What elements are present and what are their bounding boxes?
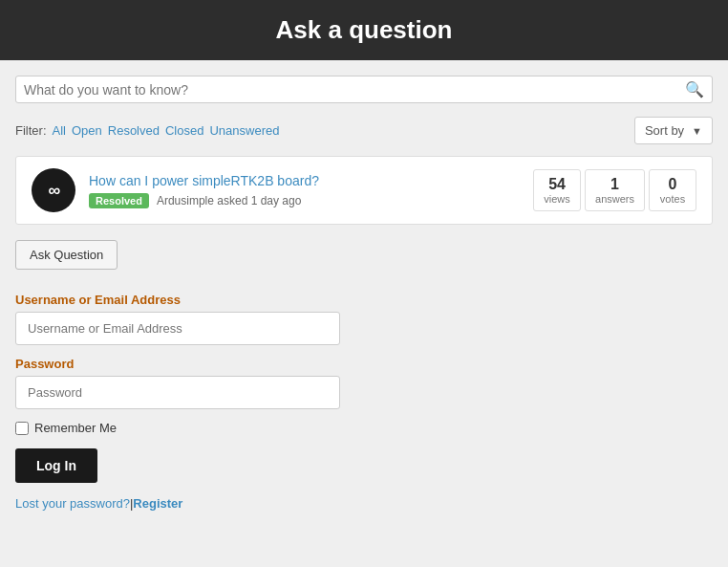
answers-count: 1	[595, 176, 634, 193]
views-count: 54	[544, 176, 570, 193]
views-stat: 54 views	[533, 169, 581, 211]
password-input[interactable]	[15, 376, 340, 409]
votes-label: votes	[659, 193, 686, 205]
username-group: Username or Email Address	[15, 293, 713, 345]
filter-bar: Filter: All Open Resolved Closed Unanswe…	[15, 117, 713, 144]
resolved-badge: Resolved	[89, 193, 149, 208]
votes-stat: 0 votes	[649, 169, 696, 211]
sort-label: Sort by	[645, 123, 684, 138]
sort-dropdown[interactable]: Sort by ▼	[634, 117, 713, 144]
page-title: Ask a question	[15, 15, 713, 45]
filter-all[interactable]: All	[53, 123, 66, 138]
filter-options: Filter: All Open Resolved Closed Unanswe…	[15, 123, 279, 138]
remember-row: Remember Me	[15, 421, 713, 435]
page-header: Ask a question	[0, 0, 728, 60]
filter-label: Filter:	[15, 123, 47, 138]
avatar: ∞	[32, 168, 75, 212]
password-group: Password	[15, 357, 713, 409]
search-button[interactable]: 🔍	[685, 80, 704, 98]
question-content: How can I power simpleRTK2B board? Resol…	[89, 173, 520, 208]
main-content: 🔍 Filter: All Open Resolved Closed Unans…	[0, 60, 728, 567]
answers-stat: 1 answers	[585, 169, 645, 211]
search-bar: 🔍	[15, 76, 713, 103]
search-input[interactable]	[24, 82, 685, 98]
avatar-symbol: ∞	[49, 181, 59, 201]
filter-open[interactable]: Open	[72, 123, 102, 138]
question-title[interactable]: How can I power simpleRTK2B board?	[89, 173, 520, 188]
ask-question-button[interactable]: Ask Question	[15, 240, 118, 270]
filter-resolved[interactable]: Resolved	[108, 123, 160, 138]
lost-password-row: Lost your password?|Register	[15, 496, 713, 511]
sort-arrow-icon: ▼	[692, 125, 702, 137]
filter-closed[interactable]: Closed	[165, 123, 203, 138]
username-input[interactable]	[15, 312, 340, 345]
question-meta: Resolved Ardusimple asked 1 day ago	[89, 193, 520, 208]
password-label: Password	[15, 357, 713, 371]
register-link[interactable]: Register	[133, 496, 182, 511]
login-button[interactable]: Log In	[15, 448, 97, 483]
username-label: Username or Email Address	[15, 293, 713, 307]
lost-password-link[interactable]: Lost your password?	[15, 496, 130, 511]
remember-checkbox[interactable]	[15, 422, 29, 435]
login-section: Username or Email Address Password Remem…	[15, 293, 713, 511]
remember-label: Remember Me	[34, 421, 117, 435]
question-meta-text: Ardusimple asked 1 day ago	[157, 194, 301, 207]
votes-count: 0	[659, 176, 686, 193]
views-label: views	[544, 193, 570, 205]
answers-label: answers	[595, 193, 634, 205]
filter-unanswered[interactable]: Unanswered	[209, 123, 279, 138]
question-card: ∞ How can I power simpleRTK2B board? Res…	[15, 156, 713, 225]
question-stats: 54 views 1 answers 0 votes	[533, 169, 696, 211]
